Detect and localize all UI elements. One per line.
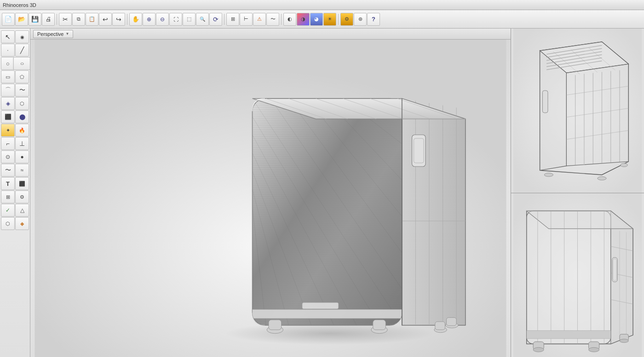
toolbar-snap-group: ⊞ ⊢ ⚠ 〜 bbox=[226, 13, 279, 26]
sep-1 bbox=[57, 14, 57, 25]
viewport-name: Perspective bbox=[37, 31, 63, 37]
viewport-label-bar: Perspective ▼ bbox=[30, 29, 511, 40]
title-text: Rhinoceros 3D bbox=[3, 2, 36, 8]
model-canvas bbox=[30, 40, 511, 357]
point-tool[interactable]: · bbox=[1, 44, 15, 57]
left-row-3d: ◈ ⬡ bbox=[1, 97, 29, 110]
svg-rect-84 bbox=[527, 330, 611, 338]
open-button[interactable]: 📂 bbox=[15, 13, 28, 26]
copy-button[interactable]: ⧉ bbox=[72, 13, 85, 26]
ortho-button[interactable]: ⊢ bbox=[240, 13, 253, 26]
svg-rect-59 bbox=[542, 91, 548, 113]
right-top-viewport[interactable] bbox=[511, 29, 644, 193]
mesh-tool[interactable]: ⬡ bbox=[15, 97, 29, 110]
fillet-tool[interactable]: 〜 bbox=[1, 164, 15, 177]
select-point-tool[interactable]: ◉ bbox=[15, 30, 29, 43]
print-button[interactable]: 🖨 bbox=[42, 13, 55, 26]
grid-snap-button[interactable]: ⊞ bbox=[226, 13, 239, 26]
zoom-window-button[interactable]: ⬚ bbox=[183, 13, 196, 26]
left-row-11: 〜 ≈ bbox=[1, 164, 29, 177]
svg-point-67 bbox=[598, 177, 606, 180]
blend-tool[interactable]: ≈ bbox=[15, 164, 29, 177]
box-tool[interactable]: ⬛ bbox=[1, 110, 15, 123]
material-button[interactable]: ◕ bbox=[310, 13, 323, 26]
toolbar-view-group: ✋ ⊕ ⊖ ⛶ ⬚ 🔍 ⟳ bbox=[129, 13, 222, 26]
analyze-tool[interactable]: △ bbox=[15, 204, 29, 217]
undo-button[interactable]: ↩ bbox=[99, 13, 112, 26]
viewport-dropdown-arrow: ▼ bbox=[65, 32, 69, 36]
cut-button[interactable]: ✂ bbox=[59, 13, 72, 26]
split-tool[interactable]: ⊥ bbox=[15, 137, 29, 150]
material-tool[interactable]: ◆ bbox=[15, 217, 29, 230]
svg-rect-35 bbox=[253, 310, 402, 319]
display-btn1[interactable]: ⚙ bbox=[340, 13, 353, 26]
left-row-3: ○ ○ bbox=[1, 57, 29, 70]
snap-button[interactable]: ⚠ bbox=[253, 13, 266, 26]
arc-tool[interactable]: ⌒ bbox=[1, 84, 15, 97]
svg-rect-39 bbox=[373, 320, 386, 330]
main-toolbar: 📄 📂 💾 🖨 ✂ ⧉ 📋 ↩ ↪ ✋ ⊕ ⊖ ⛶ ⬚ 🔍 ⟳ ⊞ ⊢ ⚠ 〜 … bbox=[0, 10, 644, 29]
render-tool[interactable]: ⬡ bbox=[1, 217, 15, 230]
toolbar-file-group: 📄 📂 💾 🖨 bbox=[2, 13, 55, 26]
svg-point-66 bbox=[544, 173, 553, 177]
sep-2 bbox=[127, 14, 127, 25]
line-tool[interactable]: ╱ bbox=[15, 44, 29, 57]
transform-tool[interactable]: 🔥 bbox=[15, 124, 29, 137]
block-tool[interactable]: ⬛ bbox=[15, 177, 29, 190]
solid-tool[interactable]: ● bbox=[15, 150, 29, 163]
right-top-svg bbox=[511, 29, 644, 193]
main-viewport[interactable] bbox=[30, 40, 511, 357]
svg-rect-70 bbox=[527, 211, 611, 344]
rotate-button[interactable]: ⟳ bbox=[209, 13, 222, 26]
rectangle-tool[interactable]: ▭ bbox=[1, 70, 15, 83]
pan-button[interactable]: ✋ bbox=[129, 13, 142, 26]
boolean-tool[interactable]: ⊙ bbox=[1, 150, 15, 163]
left-row-select: ↖ ◉ bbox=[1, 30, 29, 43]
help-button[interactable]: ? bbox=[367, 13, 380, 26]
viewport-tab[interactable]: Perspective ▼ bbox=[33, 30, 73, 38]
left-row-10: ⊙ ● bbox=[1, 150, 29, 163]
new-button[interactable]: 📄 bbox=[2, 13, 15, 26]
svg-point-87 bbox=[533, 347, 544, 352]
array-tool[interactable]: ⊞ bbox=[1, 190, 15, 203]
gumball-tool[interactable]: ✦ bbox=[1, 124, 15, 137]
sep-5 bbox=[338, 14, 339, 25]
left-row-2: · ╱ bbox=[1, 44, 29, 57]
redo-button[interactable]: ↪ bbox=[112, 13, 125, 26]
text-tool[interactable]: T bbox=[1, 177, 15, 190]
left-row-15: ⬡ ◆ bbox=[1, 217, 29, 230]
paste-button[interactable]: 📋 bbox=[86, 13, 98, 26]
surface-tool[interactable]: ◈ bbox=[1, 97, 15, 110]
accept-tool[interactable]: ✓ bbox=[1, 204, 15, 217]
circle-tool[interactable]: ○ bbox=[1, 57, 15, 70]
left-row-9: ⌐ ⊥ bbox=[1, 137, 29, 150]
zoom-select-button[interactable]: 🔍 bbox=[196, 13, 209, 26]
ellipse-tool[interactable]: ○ bbox=[13, 57, 31, 70]
curve-tool[interactable]: 〜 bbox=[15, 84, 29, 97]
zoom-out-button[interactable]: ⊖ bbox=[156, 13, 169, 26]
left-row-14: ✓ △ bbox=[1, 204, 29, 217]
sphere-tool[interactable]: ⬤ bbox=[15, 110, 29, 123]
zoom-extent-button[interactable]: ⛶ bbox=[169, 13, 182, 26]
title-bar: Rhinoceros 3D bbox=[0, 0, 644, 10]
trim-tool[interactable]: ⌐ bbox=[1, 137, 15, 150]
left-row-5: ⌒ 〜 bbox=[1, 84, 29, 97]
save-button[interactable]: 💾 bbox=[29, 13, 41, 26]
svg-rect-37 bbox=[269, 320, 282, 330]
main-model-svg bbox=[30, 40, 511, 357]
right-bottom-viewport[interactable] bbox=[511, 193, 644, 357]
tools-tool[interactable]: ⚙ bbox=[15, 190, 29, 203]
display-btn2[interactable]: ⊛ bbox=[354, 13, 367, 26]
zoom-in-button[interactable]: ⊕ bbox=[143, 13, 155, 26]
viewport-area: Perspective ▼ bbox=[30, 29, 511, 357]
shade-button[interactable]: ◐ bbox=[283, 13, 296, 26]
light-button[interactable]: ☀ bbox=[323, 13, 336, 26]
svg-point-89 bbox=[589, 347, 599, 352]
select-tool[interactable]: ↖ bbox=[1, 30, 15, 43]
render-button[interactable]: ◑ bbox=[297, 13, 310, 26]
right-panel bbox=[511, 29, 644, 357]
toolbar-edit-group: ✂ ⧉ 📋 ↩ ↪ bbox=[59, 13, 125, 26]
curve-button[interactable]: 〜 bbox=[266, 13, 279, 26]
toolbar-display-group: ⚙ ⊛ ? bbox=[340, 13, 380, 26]
polygon-tool[interactable]: ⬠ bbox=[15, 70, 29, 83]
